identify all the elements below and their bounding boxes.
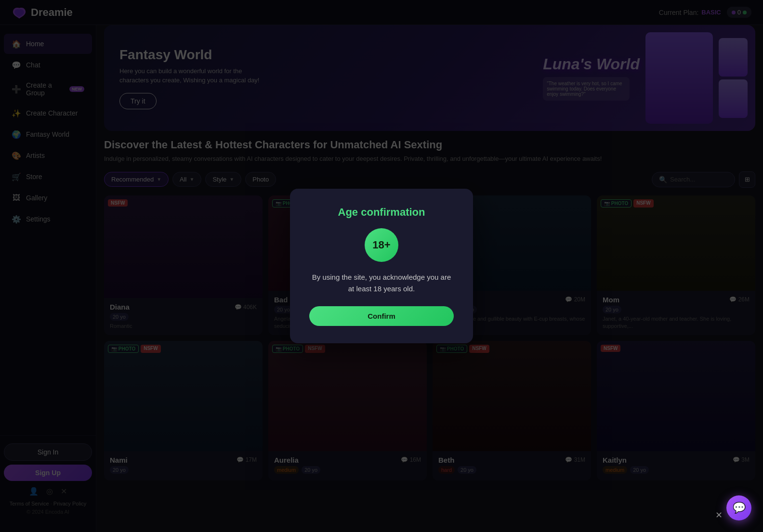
age-circle: 18+ [365,228,398,262]
chat-fab-button[interactable]: 💬 [726,495,751,520]
modal-title: Age confirmation [309,206,454,219]
confirm-button[interactable]: Confirm [309,306,454,326]
modal-overlay: Age confirmation 18+ By using the site, … [0,0,763,532]
modal-message: By using the site, you acknowledge you a… [309,272,454,295]
chat-fab-icon: 💬 [733,502,746,514]
age-confirmation-modal: Age confirmation 18+ By using the site, … [290,189,473,343]
close-button[interactable]: ✕ [715,510,723,520]
